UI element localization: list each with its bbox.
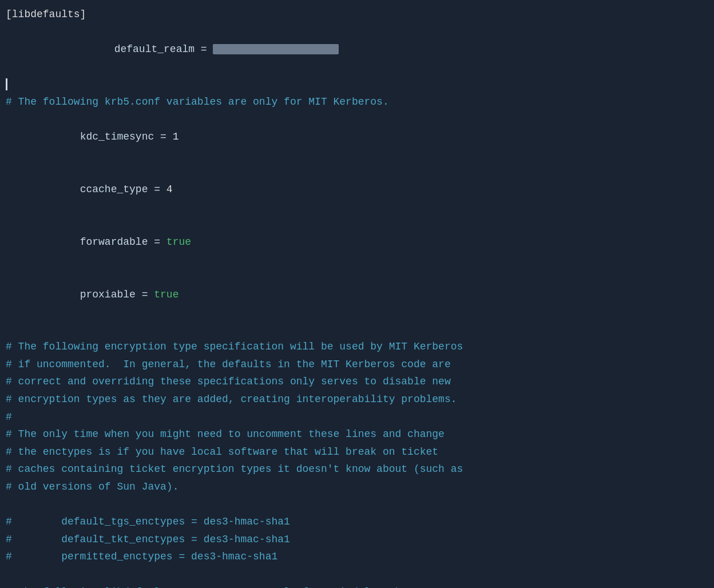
line-kdc-timesync: kdc_timesync = 1: [6, 111, 703, 164]
code-editor: [libdefaults] default_realm = # The foll…: [0, 0, 714, 588]
line-comment-enc1: # The following encryption type specific…: [6, 338, 703, 356]
line-cursor: [6, 76, 703, 93]
text-cursor: [6, 78, 7, 91]
line-comment-enc5: #: [6, 408, 703, 426]
redacted-default-realm: [213, 44, 339, 54]
line-comment-enc3: # correct and overriding these specifica…: [6, 373, 703, 391]
line-ccache-type: ccache_type = 4: [6, 163, 703, 216]
empty-line-1: [6, 321, 703, 339]
empty-line-3: [6, 566, 703, 583]
line-forwardable: forwardable = true: [6, 216, 703, 268]
line-comment-tgs: # default_tgs_enctypes = des3-hmac-sha1: [6, 513, 703, 531]
line-default-realm: default_realm =: [6, 23, 703, 76]
line-comment-enc4: # encryption types as they are added, cr…: [6, 391, 703, 408]
line-comment-enc2: # if uncommented. In general, the defaul…: [6, 356, 703, 374]
line-comment-permitted: # permitted_enctypes = des3-hmac-sha1: [6, 548, 703, 566]
line-comment-enc7: # the enctypes is if you have local soft…: [6, 443, 703, 461]
empty-line-2: [6, 496, 703, 514]
line-comment-enc8: # caches containing ticket encryption ty…: [6, 460, 703, 478]
line-libdefaults: [libdefaults]: [6, 6, 703, 23]
line-proxiable: proxiable = true: [6, 268, 703, 321]
line-comment-heimdal: # The following libdefaults parameters a…: [6, 583, 703, 588]
line-comment-enc6: # The only time when you might need to u…: [6, 426, 703, 443]
line-comment-tkt: # default_tkt_enctypes = des3-hmac-sha1: [6, 531, 703, 549]
line-comment-mit-kerberos: # The following krb5.conf variables are …: [6, 93, 703, 111]
line-comment-enc9: # old versions of Sun Java).: [6, 478, 703, 496]
